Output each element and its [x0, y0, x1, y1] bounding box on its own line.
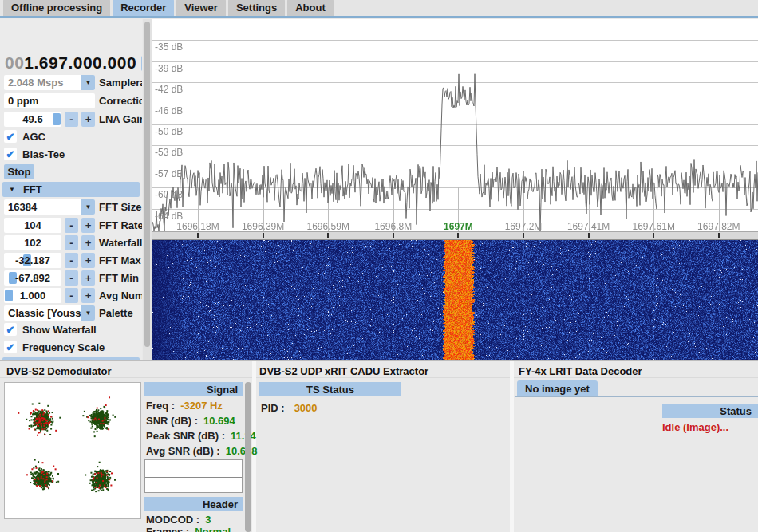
fft-max-slider[interactable]: -32.187 [4, 253, 61, 268]
samplerate-row: 2.048 Msps ▼ Samplerate [0, 75, 142, 90]
fft-rate-decrement-button[interactable]: - [65, 218, 78, 233]
bias-tee-row: ✔ Bias-Tee [0, 148, 142, 163]
avg-num-slider[interactable]: 1.000 [4, 288, 61, 303]
frequency-unit-badge[interactable]: Hz [141, 56, 142, 71]
tab-settings[interactable]: Settings [228, 0, 285, 16]
sidebar-scrollbar[interactable] [143, 19, 152, 361]
sidebar-scrollbar-thumb[interactable] [144, 22, 150, 347]
fft-min-slider[interactable]: -67.892 [4, 270, 61, 286]
recorder-sidebar: 001.697.000.000 Hz 2.048 Msps ▼ Samplera… [0, 19, 142, 361]
fft-section-header[interactable]: ▼ FFT [2, 182, 140, 197]
waterfall-rate-decrement-button[interactable]: - [65, 235, 78, 250]
signal-section-label: Signal [207, 384, 238, 396]
fft-min-increment-button[interactable]: + [81, 270, 95, 286]
fft-max-decrement-button[interactable]: - [65, 253, 78, 268]
panel-divider [510, 361, 514, 532]
lna-gain-slider[interactable]: 49.6 [4, 112, 61, 127]
scale-tick [588, 233, 590, 238]
waterfall-rate-label: Waterfall [99, 235, 142, 250]
demod-modcod-value: 3 [205, 514, 211, 526]
scale-tick [457, 233, 459, 238]
waterfall-canvas[interactable] [152, 240, 758, 360]
frequency-display[interactable]: 001.697.000.000 Hz [5, 53, 142, 73]
avg-num-slider-handle[interactable] [5, 290, 13, 301]
demod-freq-value: -3207 Hz [180, 400, 223, 412]
lna-gain-value: 49.6 [22, 113, 42, 125]
fft-max-increment-button[interactable]: + [81, 253, 95, 268]
show-waterfall-row: ✔ Show Waterfall [0, 323, 142, 338]
tab-offline-processing[interactable]: Offline processing [3, 0, 110, 16]
fft-section-label: FFT [23, 183, 42, 195]
lna-gain-slider-handle[interactable] [53, 113, 61, 125]
avg-num-increment-button[interactable]: + [81, 288, 95, 303]
show-waterfall-checkbox[interactable]: ✔ [4, 323, 17, 336]
bias-tee-label: Bias-Tee [22, 147, 65, 161]
waterfall-rate-increment-button[interactable]: + [81, 235, 95, 250]
demod-freq-label: Freq : [146, 400, 175, 412]
decoder-status-row: Idle (Image)... [662, 421, 728, 433]
header-section-label: Header [203, 499, 238, 510]
fft-size-label: FFT Size [99, 199, 141, 215]
palette-select[interactable]: Classic [Youssef T ▼ [4, 305, 95, 321]
correction-input[interactable]: 0 ppm [4, 93, 95, 108]
fft-rate-increment-button[interactable]: + [81, 218, 95, 233]
ts-status-label: TS Status [306, 384, 354, 396]
tab-no-image-yet[interactable]: No image yet [517, 380, 598, 396]
collapse-arrow-icon: ▼ [9, 186, 15, 193]
lna-gain-row: 49.6 - + LNA Gain [0, 112, 142, 127]
decoder-tab-underline [515, 396, 758, 397]
lna-gain-increment-button[interactable]: + [81, 112, 95, 127]
check-icon: ✔ [6, 341, 15, 353]
lrit-decoder-panel: FY-4x LRIT Data Decoder No image yet Sta… [515, 361, 758, 532]
bias-tee-checkbox[interactable]: ✔ [4, 148, 17, 160]
frequency-scale-checkbox[interactable]: ✔ [4, 341, 17, 353]
avg-num-label: Avg Num [99, 288, 142, 303]
fft-min-label: FFT Min [99, 270, 139, 286]
palette-row: Classic [Youssef T ▼ Palette [0, 305, 142, 321]
samplerate-label: Samplerate [99, 75, 142, 90]
fft-spectrum-plot[interactable]: -35 dB-39 dB-42 dB-46 dB-50 dB-53 dB-57 … [152, 19, 758, 231]
demod-modcod-row: MODCOD : 3 [146, 514, 211, 526]
fft-rate-input[interactable]: 104 [4, 218, 61, 233]
fft-min-decrement-button[interactable]: - [65, 270, 78, 286]
scale-tick [523, 233, 524, 238]
demodulator-scrollbar[interactable] [245, 382, 251, 532]
waterfall-rate-value: 102 [24, 237, 41, 249]
avg-num-value: 1.000 [20, 290, 46, 301]
stop-button[interactable]: Stop [4, 164, 34, 179]
tab-about[interactable]: About [287, 0, 334, 16]
fft-plot-canvas[interactable] [152, 19, 758, 231]
agc-checkbox[interactable]: ✔ [4, 130, 17, 143]
fft-size-select[interactable]: 16384 ▼ [4, 199, 95, 215]
chevron-down-icon[interactable]: ▼ [81, 75, 95, 90]
palette-value: Classic [Youssef T [4, 307, 81, 319]
lna-gain-decrement-button[interactable]: - [65, 112, 78, 127]
demod-snr-value: 10.694 [203, 415, 235, 427]
constellation-canvas [5, 383, 139, 517]
frequency-scale-bar [152, 231, 758, 240]
extractor-panel-title: DVB-S2 UDP xRIT CADU Extractor [259, 365, 428, 377]
fft-rate-value: 104 [24, 219, 41, 231]
frequency-value: 1.697.000.000 [24, 53, 136, 73]
chevron-down-icon[interactable]: ▼ [81, 305, 95, 321]
lna-gain-label: LNA Gain [99, 112, 142, 127]
demod-frames-label: Frames : [146, 526, 189, 532]
waterfall-rate-input[interactable]: 102 [4, 235, 61, 250]
avg-num-decrement-button[interactable]: - [65, 288, 78, 303]
stop-row: Stop [0, 164, 142, 179]
agc-row: ✔ AGC [0, 130, 142, 145]
tab-recorder[interactable]: Recorder [113, 0, 174, 16]
check-icon: ✔ [6, 148, 15, 160]
decoder-panel-title: FY-4x LRIT Data Decoder [519, 365, 642, 377]
fft-section-row: ▼ FFT [0, 182, 142, 197]
samplerate-select[interactable]: 2.048 Msps ▼ [4, 75, 95, 90]
scale-tick [263, 233, 264, 238]
tab-viewer[interactable]: Viewer [176, 0, 226, 16]
demod-avg-snr-label: Avg SNR (dB) : [146, 445, 220, 457]
demodulator-scrollbar-thumb[interactable] [245, 382, 251, 532]
fft-rate-label: FFT Rate [99, 218, 142, 233]
scale-tick [653, 233, 654, 238]
chevron-down-icon[interactable]: ▼ [81, 199, 95, 215]
check-icon: ✔ [6, 324, 15, 336]
ts-status-header: TS Status [259, 382, 401, 396]
